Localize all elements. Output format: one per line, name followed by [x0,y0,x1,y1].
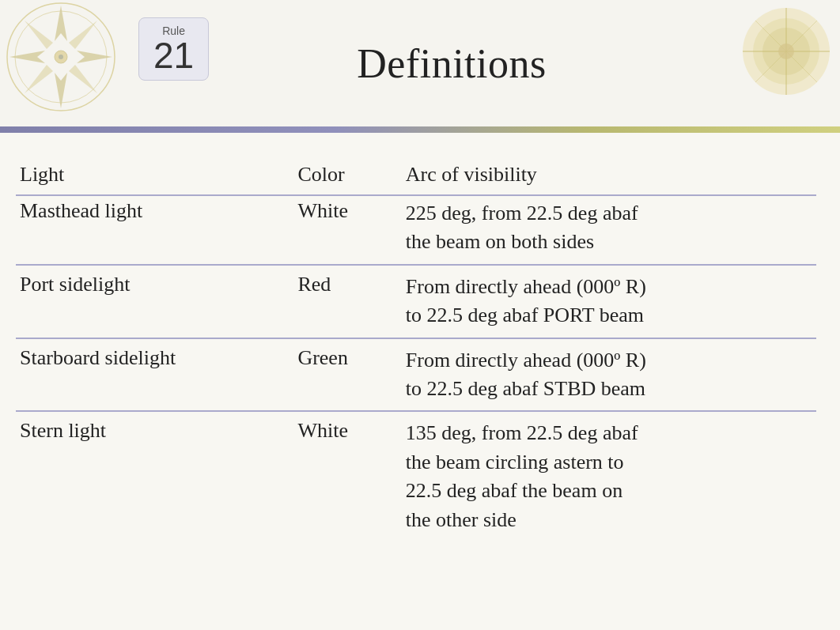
light-color: White [289,195,397,260]
deco-right [737,0,840,111]
light-color: Red [289,270,397,334]
svg-marker-8 [25,65,53,93]
svg-marker-4 [77,51,112,63]
svg-point-11 [59,55,63,59]
row-divider [16,334,816,343]
svg-marker-5 [9,51,45,63]
arc-visibility: 225 deg, from 22.5 deg abafthe beam on b… [398,195,816,260]
row-divider [16,406,816,416]
row-divider [16,260,816,270]
header: Rule 21 Definitions [0,0,840,126]
light-name: Stern light [16,416,289,538]
table-row: Stern lightWhite135 deg, from 22.5 deg a… [16,416,816,538]
rule-badge: Rule 21 [138,17,209,81]
light-color: White [289,416,397,538]
table-row: Masthead lightWhite225 deg, from 22.5 de… [16,195,816,260]
arc-visibility: From directly ahead (000º R)to 22.5 deg … [398,343,816,407]
compass-decoration-left [0,0,127,119]
definitions-table: Light Color Arc of visibility Masthead l… [16,157,816,538]
svg-marker-7 [69,65,97,93]
light-color: Green [289,343,397,407]
table-row: Starboard sidelightGreenFrom directly ah… [16,343,816,407]
light-name: Port sidelight [16,270,289,334]
col-header-arc: Arc of visibility [398,157,816,195]
separator-bar [0,126,840,133]
svg-marker-3 [55,73,67,108]
svg-marker-6 [69,21,97,49]
svg-point-19 [778,43,794,59]
table-row: Port sidelightRedFrom directly ahead (00… [16,270,816,334]
page-title: Definitions [357,40,546,87]
col-header-light: Light [16,157,289,195]
main-content: Light Color Arc of visibility Masthead l… [0,149,840,561]
table-header-row: Light Color Arc of visibility [16,157,816,195]
arc-visibility: From directly ahead (000º R)to 22.5 deg … [398,270,816,334]
col-header-color: Color [289,157,397,195]
arc-visibility: 135 deg, from 22.5 deg abafthe beam circ… [398,416,816,538]
svg-marker-2 [55,6,67,41]
svg-marker-9 [25,21,53,49]
light-name: Masthead light [16,195,289,260]
light-name: Starboard sidelight [16,343,289,407]
rule-number: 21 [153,37,194,74]
